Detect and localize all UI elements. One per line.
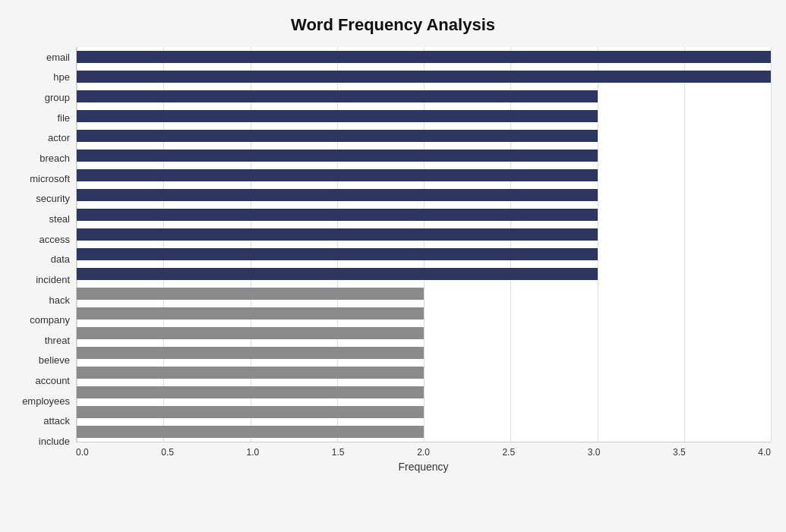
bars-wrapper: [76, 47, 771, 442]
y-label: hpe: [53, 72, 70, 82]
y-label: company: [30, 315, 70, 325]
bar-row: [77, 304, 771, 323]
bar-row: [77, 323, 771, 343]
y-label: microsoft: [30, 174, 70, 184]
bar-row: [77, 126, 771, 146]
chart-area: emailhpegroupfileactorbreachmicrosoftsec…: [15, 47, 771, 473]
bar-row: [77, 363, 771, 382]
x-tick: 3.0: [588, 447, 601, 458]
x-tick: 1.5: [332, 447, 345, 458]
bar: [77, 209, 598, 221]
plot-area: 0.00.51.01.52.02.53.03.54.0 Frequency: [76, 47, 771, 473]
x-axis-label: Frequency: [76, 461, 771, 473]
grid-line: [771, 47, 772, 442]
bar-row: [77, 402, 771, 422]
y-label: group: [45, 93, 70, 102]
bar: [77, 169, 598, 181]
bar-row: [77, 205, 771, 225]
bar: [77, 71, 771, 83]
y-label: include: [39, 436, 70, 446]
bar: [77, 268, 598, 280]
y-label: file: [57, 113, 70, 123]
y-label: incident: [36, 275, 70, 285]
y-label: attack: [43, 416, 70, 426]
bar-row: [77, 185, 771, 205]
bar: [77, 110, 598, 122]
bar-row: [77, 165, 771, 185]
x-axis: 0.00.51.01.52.02.53.03.54.0: [76, 442, 771, 458]
bar: [77, 150, 598, 162]
bar: [77, 327, 424, 339]
x-tick: 1.0: [247, 447, 260, 458]
chart-container: Word Frequency Analysis emailhpegroupfil…: [0, 0, 786, 532]
bar: [77, 130, 598, 142]
y-label: threat: [45, 335, 70, 345]
bar-row: [77, 146, 771, 165]
y-label: account: [35, 376, 70, 386]
bar: [77, 90, 598, 102]
x-tick: 4.0: [758, 447, 771, 458]
bar-row: [77, 382, 771, 402]
x-bottom: 0.00.51.01.52.02.53.03.54.0 Frequency: [76, 442, 771, 473]
bar-row: [77, 106, 771, 126]
y-label: email: [46, 52, 70, 62]
bar: [77, 386, 424, 398]
y-label: hack: [49, 295, 70, 305]
bar: [77, 288, 424, 300]
bar: [77, 367, 424, 379]
bar: [77, 406, 424, 418]
y-label: access: [39, 235, 70, 244]
y-label: breach: [39, 153, 70, 163]
bar: [77, 307, 424, 320]
bar-row: [77, 422, 771, 442]
bar: [77, 51, 771, 63]
x-tick: 2.0: [417, 447, 430, 458]
bar-row: [77, 264, 771, 284]
bar-row: [77, 67, 771, 87]
x-tick: 2.5: [502, 447, 515, 458]
y-label: believe: [39, 355, 70, 365]
bar-row: [77, 225, 771, 244]
bar: [77, 228, 598, 241]
bar: [77, 347, 424, 359]
bar: [77, 248, 598, 260]
bar-row: [77, 47, 771, 67]
bar-row: [77, 284, 771, 304]
y-axis-labels: emailhpegroupfileactorbreachmicrosoftsec…: [15, 47, 76, 473]
x-tick: 3.5: [673, 447, 686, 458]
chart-title: Word Frequency Analysis: [15, 15, 771, 35]
y-label: actor: [48, 133, 70, 143]
y-label: employees: [22, 396, 70, 406]
bar-row: [77, 343, 771, 363]
y-label: data: [51, 254, 70, 264]
bar: [77, 189, 598, 201]
bar-row: [77, 87, 771, 106]
bar-row: [77, 244, 771, 264]
x-tick: 0.0: [76, 447, 89, 458]
x-tick: 0.5: [161, 447, 174, 458]
y-label: security: [36, 194, 70, 203]
y-label: steal: [49, 214, 70, 224]
bar: [77, 426, 424, 438]
